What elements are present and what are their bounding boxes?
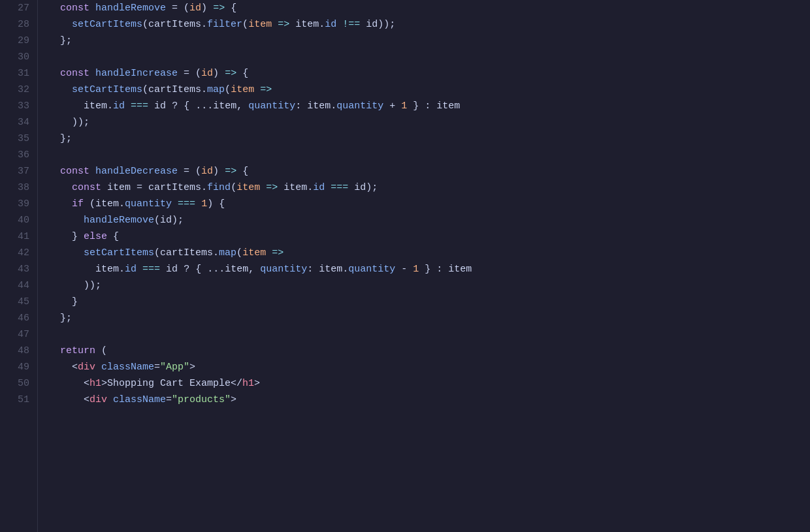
token-param: id [189,1,201,16]
line-number: 41 [0,228,37,245]
code-line: setCartItems(cartItems.map(item => [48,82,810,98]
token-var: item [284,180,307,196]
token-num: 1 [401,99,407,114]
token-plain [107,392,113,408]
token-plain: = ( [166,1,189,16]
token-tag: div [78,360,95,375]
token-plain: , [248,262,260,277]
token-num: 1 [413,262,419,277]
token-plain: . [307,180,313,196]
token-kw: if [72,196,84,212]
token-plain [195,196,201,212]
token-plain: )); [378,17,395,33]
token-plain: . [119,262,125,277]
line-number: 38 [0,180,37,196]
code-line [48,326,810,343]
token-prop: quantity [348,262,395,277]
token-var: item [213,99,236,114]
token-fn: setCartItems [84,245,154,261]
token-arrow: => [272,245,284,261]
token-fn: setCartItems [72,17,142,33]
token-method: map [207,82,225,98]
token-plain: . [213,245,219,261]
token-param: item [248,17,272,33]
token-plain: { [107,229,119,245]
token-plain: > [254,376,260,392]
token-plain: ) [213,164,225,180]
token-num: 1 [201,196,207,212]
code-line: )); [48,277,810,294]
token-plain [289,17,295,33]
token-plain: = ( [178,66,201,82]
token-plain: } : [407,99,436,114]
token-plain: ( [236,245,242,261]
token-plain [48,180,72,196]
token-plain: . [201,82,207,98]
line-number: 36 [0,147,37,163]
token-plain: ( [95,343,107,359]
line-number: 27 [0,0,37,16]
token-plain: ) { [207,196,225,212]
token-plain: ); [366,180,378,196]
token-plain: { [236,66,248,82]
token-plain: { [225,1,236,16]
token-var: item [319,262,342,277]
token-arrow: => [278,17,289,33]
token-plain [272,17,278,33]
token-plain: . [331,99,336,114]
token-plain [160,262,166,277]
token-plain [95,360,101,375]
token-plain: ( [231,180,236,196]
token-plain [254,82,260,98]
token-attr: className [113,392,166,408]
token-plain: ( [142,17,148,33]
token-plain [266,245,272,261]
token-plain: . [201,17,207,33]
token-var: id [154,99,166,114]
token-prop: id [113,99,125,114]
code-line: }; [48,33,810,49]
token-plain [148,99,154,114]
token-var: cartItems [148,82,201,98]
code-line: <h1>Shopping Cart Example</h1> [48,375,810,392]
token-plain: >Shopping Cart Example</ [101,376,242,392]
token-prop: quantity [248,99,295,114]
code-line: } else { [48,228,810,245]
token-plain [48,17,72,33]
token-plain [48,99,84,114]
line-number: 33 [0,98,37,114]
token-plain: )); [48,278,101,294]
token-op: !== [342,17,360,33]
token-plain: } [48,294,78,310]
token-plain: = [131,180,148,196]
token-fn: handleRemove [84,213,154,228]
token-plain: : [307,262,319,277]
token-attr-val: "products" [172,392,231,408]
token-plain: < [48,392,89,408]
token-plain: . [201,180,207,196]
token-tag: h1 [89,376,101,392]
line-number: 48 [0,343,37,359]
line-number: 28 [0,16,37,33]
token-plain: }; [48,131,72,147]
code-area: const handleRemove = (id) => { setCartIt… [38,0,810,532]
token-plain: > [231,392,236,408]
token-plain [48,196,72,212]
token-spread: ... [195,99,213,114]
token-op: === [178,196,195,212]
line-number: 50 [0,375,37,392]
token-plain: ( [242,17,248,33]
token-plain [48,262,95,277]
token-tag: div [89,392,107,408]
code-line: setCartItems(cartItems.filter(item => it… [48,16,810,33]
token-plain: ? { [166,99,195,114]
token-var: id [354,180,366,196]
line-number: 43 [0,261,37,277]
token-plain: ( [154,245,160,261]
token-param: item [236,180,260,196]
code-line: const handleDecrease = (id) => { [48,163,810,180]
line-number: 49 [0,359,37,375]
token-attr-val: "App" [160,360,189,375]
token-kw: const [72,180,101,196]
token-plain [48,343,60,359]
